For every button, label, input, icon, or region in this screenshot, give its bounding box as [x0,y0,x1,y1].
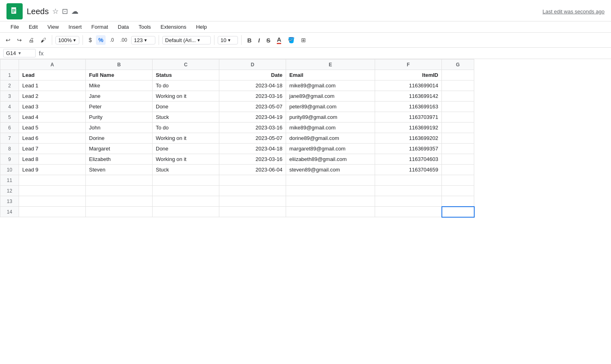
cell-A1[interactable]: Lead [19,70,86,80]
cell-A2[interactable]: Lead 1 [19,80,86,91]
cell-F3[interactable]: 1163699142 [375,91,442,102]
cell-G11[interactable] [442,175,474,186]
zoom-selector[interactable]: 100% ▼ [55,36,79,44]
cell-B10[interactable]: Steven [86,165,153,175]
row-number-8[interactable]: 8 [0,144,19,154]
redo-button[interactable]: ↪ [15,35,24,45]
cell-B5[interactable]: Purity [86,112,153,123]
cell-D6[interactable]: 2023-03-16 [219,123,286,133]
cell-B6[interactable]: John [86,123,153,133]
cell-D11[interactable] [219,175,286,186]
cell-B8[interactable]: Margaret [86,144,153,154]
cell-B2[interactable]: Mike [86,80,153,91]
cell-E13[interactable] [286,196,375,207]
cell-G9[interactable] [442,154,474,165]
cell-B7[interactable]: Dorine [86,133,153,144]
cell-F13[interactable] [375,196,442,207]
cell-G4[interactable] [442,102,474,112]
cell-F8[interactable]: 1163699357 [375,144,442,154]
cell-E8[interactable]: margaret89@gmail.com [286,144,375,154]
menu-insert[interactable]: Insert [64,22,86,32]
format-123-selector[interactable]: 123 ▼ [131,36,155,44]
cell-F1[interactable]: ItemID [375,70,442,80]
cell-A11[interactable] [19,175,86,186]
row-number-5[interactable]: 5 [0,112,19,123]
cell-A10[interactable]: Lead 9 [19,165,86,175]
cell-F12[interactable] [375,186,442,196]
cell-C6[interactable]: To do [153,123,219,133]
col-header-d[interactable]: D [219,59,286,70]
cell-A3[interactable]: Lead 2 [19,91,86,102]
menu-edit[interactable]: Edit [25,22,42,32]
cell-G3[interactable] [442,91,474,102]
cell-C1[interactable]: Status [153,70,219,80]
cell-B12[interactable] [86,186,153,196]
cell-E10[interactable]: steven89@gmail.com [286,165,375,175]
currency-button[interactable]: $ [86,35,94,45]
borders-button[interactable]: ⊞ [299,35,308,45]
cell-E2[interactable]: mike89@gmail.com [286,80,375,91]
col-header-a[interactable]: A [19,59,86,70]
paint-format-button[interactable]: 🖌 [38,35,49,45]
cell-B9[interactable]: Elizabeth [86,154,153,165]
cell-C9[interactable]: Working on it [153,154,219,165]
font-selector[interactable]: Default (Ari... ▼ [162,36,211,44]
cell-F10[interactable]: 1163704659 [375,165,442,175]
col-header-g[interactable]: G [442,59,474,70]
cell-B14[interactable] [86,207,153,217]
cell-F6[interactable]: 1163699192 [375,123,442,133]
cell-A12[interactable] [19,186,86,196]
cell-F14[interactable] [375,207,442,217]
cell-B13[interactable] [86,196,153,207]
text-color-button[interactable]: A [274,34,284,46]
menu-format[interactable]: Format [87,22,112,32]
cell-F9[interactable]: 1163704603 [375,154,442,165]
menu-help[interactable]: Help [192,22,211,32]
cell-D2[interactable]: 2023-04-18 [219,80,286,91]
cell-E7[interactable]: dorine89@gmail.com [286,133,375,144]
cell-D14[interactable] [219,207,286,217]
cell-C8[interactable]: Done [153,144,219,154]
cell-G5[interactable] [442,112,474,123]
cell-G10[interactable] [442,165,474,175]
cell-G13[interactable] [442,196,474,207]
cell-C11[interactable] [153,175,219,186]
print-button[interactable]: 🖨 [26,35,36,45]
cell-G2[interactable] [442,80,474,91]
col-header-c[interactable]: C [153,59,219,70]
col-header-b[interactable]: B [86,59,153,70]
cell-C5[interactable]: Stuck [153,112,219,123]
row-number-2[interactable]: 2 [0,80,19,91]
cell-D10[interactable]: 2023-06-04 [219,165,286,175]
cell-G14[interactable] [442,207,474,217]
row-number-9[interactable]: 9 [0,154,19,165]
strikethrough-button[interactable]: S [264,35,273,45]
cell-E3[interactable]: jane89@gmail.com [286,91,375,102]
cell-C3[interactable]: Working on it [153,91,219,102]
cell-A6[interactable]: Lead 5 [19,123,86,133]
fill-color-button[interactable]: 🪣 [285,35,297,45]
cell-G8[interactable] [442,144,474,154]
cell-C2[interactable]: To do [153,80,219,91]
row-number-10[interactable]: 10 [0,165,19,175]
cell-C10[interactable]: Stuck [153,165,219,175]
cell-B1[interactable]: Full Name [86,70,153,80]
cell-D5[interactable]: 2023-04-19 [219,112,286,123]
row-number-6[interactable]: 6 [0,123,19,133]
bold-button[interactable]: B [245,35,254,45]
cell-D13[interactable] [219,196,286,207]
star-icon[interactable]: ☆ [52,7,59,16]
row-number-3[interactable]: 3 [0,91,19,102]
cell-D9[interactable]: 2023-03-16 [219,154,286,165]
cell-G7[interactable] [442,133,474,144]
cell-D3[interactable]: 2023-03-16 [219,91,286,102]
menu-tools[interactable]: Tools [134,22,155,32]
cell-B4[interactable]: Peter [86,102,153,112]
cell-G12[interactable] [442,186,474,196]
cell-B11[interactable] [86,175,153,186]
col-header-f[interactable]: F [375,59,442,70]
menu-extensions[interactable]: Extensions [157,22,191,32]
cell-D7[interactable]: 2023-05-07 [219,133,286,144]
cell-D8[interactable]: 2023-04-18 [219,144,286,154]
row-number-14[interactable]: 14 [0,207,19,217]
